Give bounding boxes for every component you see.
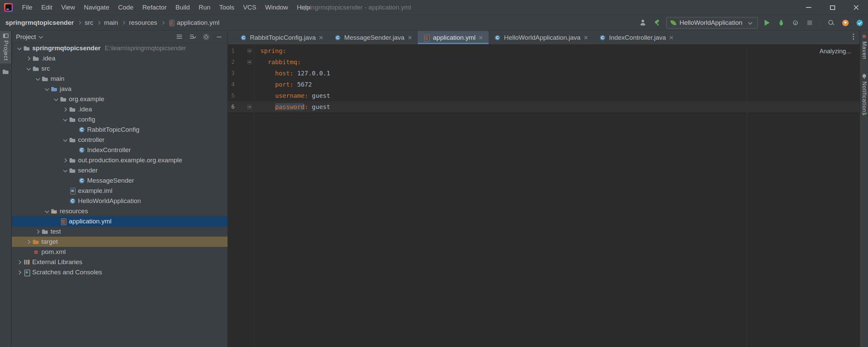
tab-indexcontroller-java[interactable]: IndexController.java [594,31,679,44]
tab-close-icon[interactable] [408,35,412,40]
folder-icon [23,45,30,52]
chevron-down-icon[interactable] [34,75,41,82]
chevron-right-icon[interactable] [16,259,23,266]
tab-close-icon[interactable] [669,35,674,40]
tree-item-controller[interactable]: controller [12,135,228,145]
inspections-marker[interactable] [862,113,867,114]
run-config-select[interactable]: HelloWorldApplication [666,17,758,29]
code-with-me-button[interactable] [638,18,648,28]
editor-line-current[interactable]: 6 password: guest [228,101,860,112]
chevron-down-icon[interactable] [62,116,68,123]
build-button[interactable] [652,18,662,28]
chevron-down-icon[interactable] [62,136,68,143]
tree-item-messagesender[interactable]: MessageSender [12,176,228,186]
tree-item-external-libraries[interactable]: External Libraries [12,257,228,267]
tree-item-out-production[interactable]: out.production.example.org.example [12,155,228,165]
menu-navigate[interactable]: Navigate [79,0,114,15]
tree-item-test[interactable]: test [12,226,228,237]
editor-line[interactable]: 2 rabbitmq: [228,56,860,68]
search-everywhere-button[interactable] [826,18,836,28]
chevron-down-icon[interactable] [43,86,50,92]
chevron-down-icon[interactable] [62,167,68,174]
tree-item-src[interactable]: src [12,63,228,74]
more-icon[interactable] [853,34,854,35]
tree-item-pom-xml[interactable]: pom.xml [12,247,228,257]
tree-item-main[interactable]: main [12,74,228,84]
code-editor[interactable]: 1 spring: 2 rabbitmq: 3 host: 127.0.0.1 … [228,44,860,347]
notifications-tool-button[interactable]: Notifications [860,71,868,118]
menu-window[interactable]: Window [261,0,293,15]
chevron-down-icon[interactable] [53,96,59,103]
menu-view[interactable]: View [57,0,79,15]
events-button[interactable] [854,18,865,28]
tree-item-org-example[interactable]: org.example [12,94,228,104]
chevron-down-icon[interactable] [43,208,50,215]
chevron-right-icon[interactable] [25,238,32,245]
editor-line[interactable]: 1 spring: [228,45,860,56]
tab-helloworldapplication-java[interactable]: HelloWorldApplication.java [489,31,594,44]
debug-button[interactable] [776,18,786,28]
collapse-all-icon[interactable] [190,34,196,39]
chevron-right-icon[interactable] [62,157,68,164]
tree-item-scratches[interactable]: Scratches and Consoles [12,267,228,277]
tree-item-application-yml[interactable]: application.yml [12,216,228,226]
tree-item-sender[interactable]: sender [12,165,228,176]
menu-code[interactable]: Code [114,0,138,15]
tree-item-config[interactable]: config [12,114,228,125]
tab-application-yml[interactable]: application.yml [418,31,489,44]
tab-rabbittopicconfig-java[interactable]: RabbitTopicConfig.java [235,31,329,44]
tree-item-idea[interactable]: .idea [12,53,228,63]
fold-icon[interactable] [248,105,252,109]
tree-item-rabbittopicconfig[interactable]: RabbitTopicConfig [12,125,228,135]
breadcrumb-file[interactable]: application.yml [177,19,220,26]
tab-close-icon[interactable] [584,35,588,40]
chevron-down-icon[interactable] [16,45,23,52]
fold-icon[interactable] [248,49,252,53]
tree-item-indexcontroller[interactable]: IndexController [12,145,228,155]
tree-item-resources[interactable]: resources [12,206,228,216]
maximize-button[interactable] [821,0,844,15]
chevron-right-icon[interactable] [16,269,23,276]
fold-icon[interactable] [248,60,252,64]
chevron-right-icon[interactable] [34,228,41,235]
editor-line[interactable]: 5 username: guest [228,90,860,101]
editor-line[interactable]: 4 port: 5672 [228,79,860,90]
gear-icon[interactable] [203,34,209,40]
chevron-down-icon[interactable] [37,34,44,40]
tab-close-icon[interactable] [478,35,483,40]
project-tool-button[interactable]: Project [0,31,11,63]
chevron-right-icon[interactable] [25,55,32,62]
tree-item-target[interactable]: target [12,237,228,247]
updates-button[interactable] [840,18,850,28]
menu-build[interactable]: Build [171,0,194,15]
tree-item-helloworldapplication[interactable]: HelloWorldApplication [12,196,228,206]
close-button[interactable] [844,0,868,15]
run-button[interactable] [762,18,772,28]
hide-icon[interactable] [217,37,221,37]
coverage-button[interactable] [790,18,801,28]
chevron-right-icon[interactable] [62,106,68,113]
menu-refactor[interactable]: Refactor [138,0,171,15]
maven-tool-button[interactable]: Maven [860,31,868,62]
menu-run[interactable]: Run [194,0,215,15]
tree-item-java[interactable]: java [12,84,228,94]
menu-tools[interactable]: Tools [215,0,239,15]
tree-item-example-iml[interactable]: example.iml [12,186,228,196]
breadcrumb-project[interactable]: springrmqtopicsender [5,19,74,26]
project-panel-title[interactable]: Project [16,33,36,41]
menu-vcs[interactable]: VCS [239,0,261,15]
breadcrumb-src[interactable]: src [85,19,93,26]
minimize-button[interactable] [797,0,821,15]
chevron-down-icon[interactable] [25,65,32,72]
editor-line[interactable]: 3 host: 127.0.0.1 [228,68,860,79]
menu-edit[interactable]: Edit [37,0,57,15]
breadcrumb-resources[interactable]: resources [129,19,157,26]
tab-close-icon[interactable] [319,35,323,40]
tree-item-root[interactable]: springrmqtopicsender E:\learn\springrmqt… [12,43,228,53]
breadcrumb-main[interactable]: main [104,19,118,26]
tab-messagesender-java[interactable]: MessageSender.java [329,31,417,44]
expand-all-icon[interactable] [177,34,182,39]
menu-file[interactable]: File [18,0,37,15]
folder-icon[interactable] [2,68,9,75]
tree-item-idea2[interactable]: .idea [12,104,228,114]
